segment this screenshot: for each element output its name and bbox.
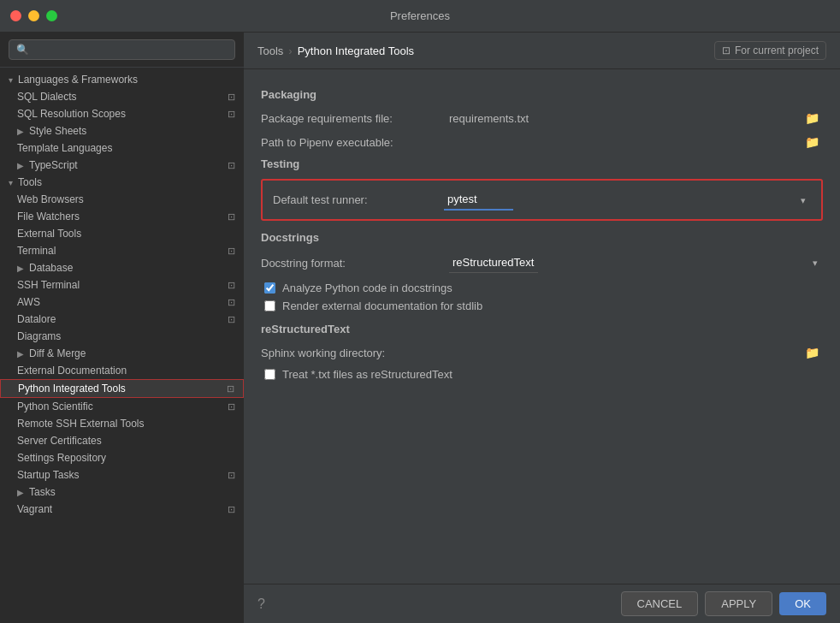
sidebar-item-datalore[interactable]: Datalore ⊡ xyxy=(0,311,244,328)
sidebar-item-label: Tasks xyxy=(29,486,56,498)
pipenv-row: Path to Pipenv executable: 📁 xyxy=(261,134,823,151)
sidebar-list: ▾ Languages & Frameworks SQL Dialects ⊡ … xyxy=(0,68,244,623)
for-current-project[interactable]: ⊡ For current project xyxy=(714,41,826,60)
sidebar-item-label: Settings Repository xyxy=(17,452,106,464)
sidebar-item-external-tools[interactable]: External Tools xyxy=(0,225,244,242)
sidebar-item-tasks[interactable]: ▶ Tasks xyxy=(0,484,244,501)
sidebar-item-diagrams[interactable]: Diagrams xyxy=(0,328,244,345)
sidebar-item-style-sheets[interactable]: ▶ Style Sheets xyxy=(0,122,244,139)
package-requirements-value: requirements.txt xyxy=(449,112,802,125)
sidebar-item-server-certificates[interactable]: Server Certificates xyxy=(0,432,244,449)
search-bar xyxy=(0,33,244,68)
test-runner-dropdown-wrapper: pytest Unittest nose Twisted Trial ▾ xyxy=(444,189,811,211)
package-requirements-row: Package requirements file: requirements.… xyxy=(261,110,823,127)
restructuredtext-section: reStructuredText Sphinx working director… xyxy=(261,323,823,381)
render-checkbox[interactable] xyxy=(264,300,275,312)
title-bar: Preferences xyxy=(0,0,840,33)
breadcrumb: Tools › Python Integrated Tools xyxy=(257,44,414,57)
window-title: Preferences xyxy=(390,9,450,22)
apply-button[interactable]: APPLY xyxy=(705,591,772,616)
sidebar-item-label: TypeScript xyxy=(29,159,78,171)
sidebar-item-diff-merge[interactable]: ▶ Diff & Merge xyxy=(0,345,244,362)
main-container: ▾ Languages & Frameworks SQL Dialects ⊡ … xyxy=(0,33,840,623)
sphinx-label: Sphinx working directory: xyxy=(261,347,449,359)
sidebar-item-aws[interactable]: AWS ⊡ xyxy=(0,294,244,311)
expand-arrow: ▾ xyxy=(9,75,13,85)
chevron-down-icon: ▾ xyxy=(801,194,806,205)
sidebar: ▾ Languages & Frameworks SQL Dialects ⊡ … xyxy=(0,33,244,623)
treat-txt-checkbox[interactable] xyxy=(264,369,275,380)
sidebar-item-label: Remote SSH External Tools xyxy=(17,418,145,430)
sidebar-item-label: Template Languages xyxy=(17,142,112,154)
sidebar-item-python-scientific[interactable]: Python Scientific ⊡ xyxy=(0,398,244,415)
sidebar-item-label: Languages & Frameworks xyxy=(18,74,138,86)
expand-arrow: ▶ xyxy=(17,349,24,359)
sidebar-item-label: External Documentation xyxy=(17,365,127,377)
sidebar-item-python-integrated-tools[interactable]: Python Integrated Tools ⊡ xyxy=(0,379,244,398)
sidebar-item-label: Python Integrated Tools xyxy=(18,383,126,395)
sidebar-item-startup-tasks[interactable]: Startup Tasks ⊡ xyxy=(0,466,244,484)
sidebar-item-label: Diff & Merge xyxy=(29,347,86,359)
ok-button[interactable]: OK xyxy=(779,592,826,615)
sidebar-item-label: Web Browsers xyxy=(17,193,84,205)
sidebar-item-web-browsers[interactable]: Web Browsers xyxy=(0,191,244,208)
traffic-lights xyxy=(10,10,57,21)
settings-icon: ⊡ xyxy=(228,246,235,257)
content-area: Tools › Python Integrated Tools ⊡ For cu… xyxy=(244,33,840,623)
search-input[interactable] xyxy=(9,39,235,60)
sidebar-item-label: SSH Terminal xyxy=(17,279,80,291)
treat-txt-label: Treat *.txt files as reStructuredText xyxy=(282,368,453,381)
analyze-label: Analyze Python code in docstrings xyxy=(282,282,453,294)
analyze-checkbox[interactable] xyxy=(264,282,275,294)
sidebar-item-label: Terminal xyxy=(17,245,56,257)
sidebar-item-sql-resolution-scopes[interactable]: SQL Resolution Scopes ⊡ xyxy=(0,105,244,122)
docstring-format-dropdown[interactable]: reStructuredText NumPy Google Epytext xyxy=(449,252,538,273)
packaging-title: Packaging xyxy=(261,88,823,101)
test-runner-dropdown[interactable]: pytest Unittest nose Twisted Trial xyxy=(444,189,513,211)
sidebar-item-tools[interactable]: ▾ Tools xyxy=(0,174,244,191)
settings-icon: ⊡ xyxy=(228,211,235,222)
settings-icon: ⊡ xyxy=(228,297,235,308)
sidebar-item-remote-ssh-external-tools[interactable]: Remote SSH External Tools xyxy=(0,415,244,432)
sidebar-item-ssh-terminal[interactable]: SSH Terminal ⊡ xyxy=(0,276,244,294)
settings-icon: ⊡ xyxy=(228,314,235,325)
sidebar-item-label: Database xyxy=(29,262,73,274)
analyze-checkbox-row: Analyze Python code in docstrings xyxy=(261,282,823,294)
pipenv-label: Path to Pipenv executable: xyxy=(261,136,449,149)
sphinx-row: Sphinx working directory: 📁 xyxy=(261,344,823,361)
settings-icon: ⊡ xyxy=(228,280,235,291)
sidebar-item-sql-dialects[interactable]: SQL Dialects ⊡ xyxy=(0,88,244,105)
sidebar-item-settings-repository[interactable]: Settings Repository xyxy=(0,449,244,466)
sidebar-item-typescript[interactable]: ▶ TypeScript ⊡ xyxy=(0,157,244,174)
test-runner-row: Default test runner: pytest Unittest nos… xyxy=(273,189,811,211)
cancel-button[interactable]: CANCEL xyxy=(621,591,699,616)
sidebar-item-vagrant[interactable]: Vagrant ⊡ xyxy=(0,501,244,518)
docstrings-section: Docstrings Docstring format: reStructure… xyxy=(261,231,823,312)
help-icon[interactable]: ? xyxy=(257,596,265,612)
settings-icon: ⊡ xyxy=(228,470,235,481)
sidebar-item-file-watchers[interactable]: File Watchers ⊡ xyxy=(0,208,244,225)
testing-section: Default test runner: pytest Unittest nos… xyxy=(261,179,823,221)
sidebar-item-label: Datalore xyxy=(17,313,56,325)
sidebar-item-terminal[interactable]: Terminal ⊡ xyxy=(0,242,244,259)
minimize-button[interactable] xyxy=(28,10,39,21)
maximize-button[interactable] xyxy=(46,10,57,21)
settings-icon: ⊡ xyxy=(228,160,235,171)
folder-icon[interactable]: 📁 xyxy=(802,110,823,127)
test-runner-label: Default test runner: xyxy=(273,193,444,206)
sidebar-item-label: External Tools xyxy=(17,228,81,240)
rest-title: reStructuredText xyxy=(261,323,823,335)
sidebar-item-database[interactable]: ▶ Database xyxy=(0,259,244,276)
folder-icon[interactable]: 📁 xyxy=(802,344,823,361)
expand-arrow: ▾ xyxy=(9,178,13,187)
sidebar-item-label: SQL Dialects xyxy=(17,91,77,103)
sidebar-item-label: Python Scientific xyxy=(17,400,93,412)
breadcrumb-parent: Tools xyxy=(257,44,283,57)
sidebar-item-languages-frameworks[interactable]: ▾ Languages & Frameworks xyxy=(0,71,244,88)
sidebar-item-template-languages[interactable]: Template Languages xyxy=(0,139,244,157)
sidebar-item-external-documentation[interactable]: External Documentation xyxy=(0,362,244,379)
sidebar-item-label: Vagrant xyxy=(17,503,52,515)
close-button[interactable] xyxy=(10,10,21,21)
package-requirements-label: Package requirements file: xyxy=(261,112,449,125)
folder-icon[interactable]: 📁 xyxy=(802,134,823,151)
